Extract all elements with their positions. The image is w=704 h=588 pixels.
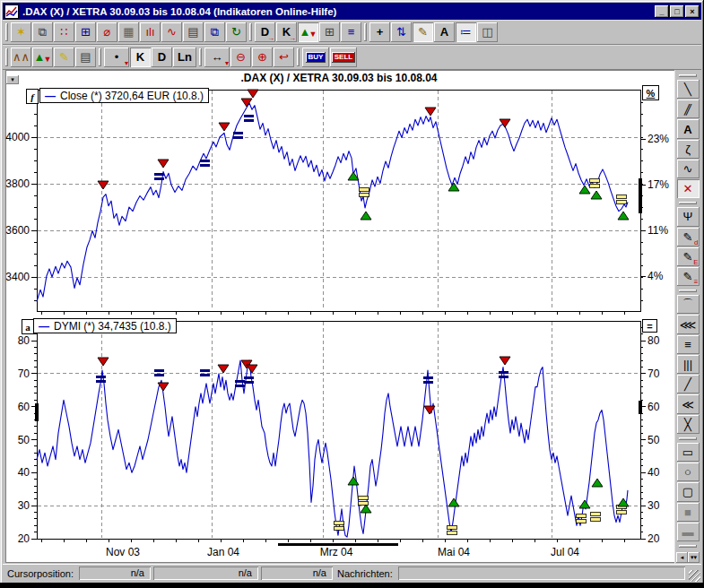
chart-properties-icon: ▤ — [80, 51, 91, 63]
window-controls: _□× — [655, 5, 700, 18]
wave-tool-button[interactable]: ∿ — [677, 160, 700, 178]
percent-scale-button[interactable]: % — [642, 85, 659, 100]
toolbar-grip[interactable] — [679, 437, 697, 440]
scroll-left-button[interactable]: ◂ — [676, 552, 688, 563]
oscillator-scale-mode-button[interactable]: = — [642, 319, 657, 333]
data-table-button[interactable]: ▦ — [118, 22, 139, 42]
close-button[interactable]: × — [685, 5, 700, 18]
h-zoom-button[interactable]: ↔▾ — [204, 48, 230, 67]
parallel-lines-button[interactable]: ∥ — [677, 99, 700, 118]
toolbar-grip[interactable] — [679, 202, 697, 204]
line-mode-button[interactable]: Ln — [173, 48, 196, 67]
ray-fan-button[interactable]: ≪ — [677, 394, 700, 413]
rounded-rect-tool-button[interactable]: ▢ — [677, 482, 700, 501]
maximize-button[interactable]: □ — [670, 5, 684, 18]
freehand-line-button[interactable]: ζ — [677, 140, 700, 159]
trend-line-icon: ╲ — [684, 83, 691, 95]
signal-markers-icon-secondary: ▼ — [43, 56, 51, 64]
zoom-in-icon: ⊕ — [257, 51, 267, 63]
ellipse-tool-button[interactable]: ○ — [677, 463, 700, 481]
indicator-bars-icon: ≡ — [348, 26, 355, 38]
signal-triangles-button[interactable]: ▲▼ — [298, 22, 318, 42]
oscillator-scale-function-button[interactable]: a — [22, 319, 34, 334]
rectangle-tool-icon: ▭ — [682, 446, 693, 458]
toolbar-grip[interactable] — [679, 74, 697, 77]
refresh-button[interactable]: ↻ — [226, 22, 247, 42]
crosshair-button[interactable]: + — [369, 22, 390, 42]
gann-tool-d-button[interactable]: ✎d — [677, 228, 700, 246]
new-chart-button[interactable]: ✶ — [11, 22, 31, 42]
rectangle-tool-button[interactable]: ▭ — [677, 443, 700, 462]
cascade-windows-button[interactable]: ⧉ — [204, 22, 225, 42]
copy-chart-button[interactable]: ⧉ — [32, 22, 53, 42]
legend-price[interactable]: — Close (*) 3720,64 EUR (10.8.) — [39, 88, 209, 103]
unlink-charts-button[interactable]: ⌀ — [97, 22, 117, 42]
toolbar-grip[interactable] — [364, 23, 367, 41]
filled-rounded-rect-tool-button[interactable]: ▬ — [677, 523, 700, 541]
diagonal-line-button[interactable]: ╱ — [677, 375, 700, 393]
resize-grip[interactable] — [689, 570, 700, 582]
sell-icon: SELL — [332, 52, 355, 63]
filled-rect-tool-button[interactable]: ■ — [677, 503, 700, 522]
chart-properties-button[interactable]: ▤ — [75, 48, 96, 67]
line-width-button[interactable]: •▾ — [104, 48, 129, 67]
buy-button[interactable]: BUY — [302, 48, 329, 67]
indicator-d-button[interactable]: D→ — [255, 22, 275, 42]
erase-tool-button[interactable]: ✕ — [677, 179, 700, 198]
report-button[interactable]: ▤ — [183, 22, 204, 42]
gann-tool-e-button[interactable]: ✎E — [677, 247, 700, 266]
text-tool-button[interactable]: A — [677, 119, 700, 138]
series-line-swatch: — — [39, 320, 49, 333]
zoom-out-button[interactable]: ⊖ — [230, 48, 251, 67]
highlight-pen-icon: ✎ — [59, 51, 69, 63]
signal-markers-button[interactable]: ▲▼ — [32, 48, 53, 67]
scale-arrows-button[interactable]: ⇅ — [391, 22, 412, 42]
toolbar-grip[interactable] — [297, 48, 300, 66]
fib-fan-button[interactable]: ⋘ — [677, 315, 700, 333]
price-scale-function-button[interactable]: f — [26, 89, 39, 104]
indicator-bars-button[interactable]: ≡ — [341, 22, 361, 42]
scroll-more-button[interactable]: ▾▾ — [688, 552, 700, 563]
trend-line-button[interactable]: ╲ — [677, 80, 700, 99]
zoom-in-button[interactable]: ⊕ — [252, 48, 273, 67]
legend-price-label: Close (*) 3720,64 EUR (10.8.) — [60, 90, 204, 102]
sell-button[interactable]: SELL — [330, 48, 357, 67]
matrix-chart-button[interactable]: ⊞ — [319, 22, 340, 42]
layout-panels-button[interactable]: ◫ — [477, 22, 498, 42]
chart-area[interactable] — [5, 70, 674, 563]
toolbar-grip[interactable] — [5, 23, 8, 41]
legend-oscillator[interactable]: — DYMI (*) 34,7435 (10.8.) — [33, 318, 177, 333]
toolbar-grip[interactable] — [679, 545, 697, 548]
text-note-button[interactable]: A — [434, 22, 455, 42]
arrange-charts-button[interactable]: ⊞ — [75, 22, 96, 42]
link-charts-button[interactable]: ∷ — [54, 22, 74, 42]
crosshatch-button[interactable]: ╳ — [677, 415, 700, 434]
gann-tool-lines-button[interactable]: ✎≡ — [677, 267, 700, 286]
collapse-panel-button[interactable]: ▾ — [6, 75, 19, 84]
indicator-d-dropdown-icon: → — [267, 35, 274, 42]
fib-retracement-button[interactable]: ≡ — [677, 335, 700, 354]
indicator-k-button[interactable]: K→ — [276, 22, 297, 42]
line-chart-button[interactable]: ∿ — [161, 22, 182, 42]
candle-mode-button[interactable]: K — [130, 48, 151, 67]
toolbar-grip[interactable] — [249, 23, 252, 41]
gann-tool-lines-dropdown-icon: ≡ — [694, 279, 699, 286]
zoom-back-button[interactable]: ↩ — [274, 48, 294, 67]
toolbar-grip[interactable] — [679, 290, 697, 292]
matrix-chart-icon: ⊞ — [325, 26, 335, 38]
vertical-lines-button[interactable]: ||| — [677, 355, 700, 374]
daily-mode-button[interactable]: D — [152, 48, 172, 67]
toolbar-grip[interactable] — [99, 48, 101, 66]
highlight-pen-button[interactable]: ✎ — [54, 48, 74, 67]
fib-arcs-button[interactable]: ⌒ — [677, 295, 700, 314]
objects-list-button[interactable]: ≔ — [456, 22, 476, 42]
draw-mode-button[interactable]: ✎ — [413, 22, 433, 42]
histogram-button[interactable]: ılı — [140, 22, 161, 42]
minimize-button[interactable]: _ — [655, 5, 669, 18]
toolbar-grip[interactable] — [199, 48, 202, 66]
collapse-icon: ▾ — [11, 76, 14, 82]
indicator-k-dropdown-icon: → — [289, 35, 296, 42]
zigzag-button[interactable]: ∧∧ — [11, 48, 31, 67]
pitchfork-button[interactable]: Ψ — [677, 207, 700, 226]
toolbar-grip[interactable] — [5, 48, 8, 66]
